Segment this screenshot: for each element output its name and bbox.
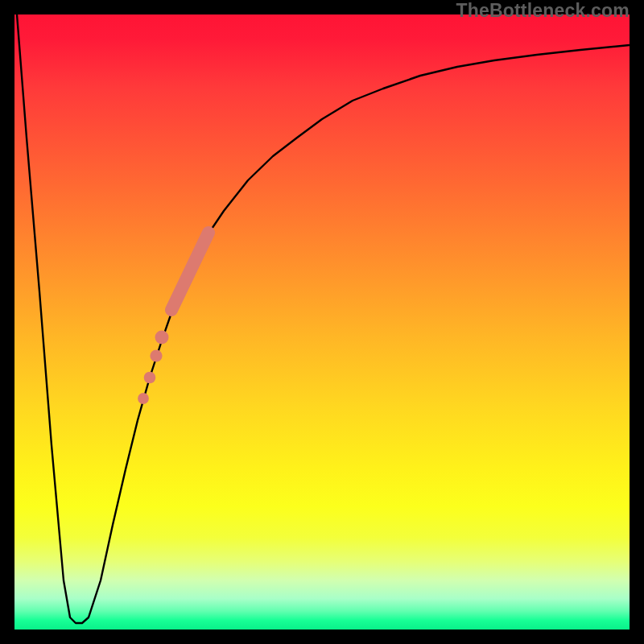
marker-dot [150,349,162,361]
chart-svg [14,14,630,630]
plot-area [14,14,630,630]
marker-dot [138,393,149,404]
marker-dot [144,372,156,384]
marker-segment [171,233,208,310]
chart-stage: TheBottleneck.com [0,0,644,644]
watermark-text: TheBottleneck.com [456,0,630,22]
bottleneck-curve [17,14,630,623]
marker-dot [155,331,169,345]
